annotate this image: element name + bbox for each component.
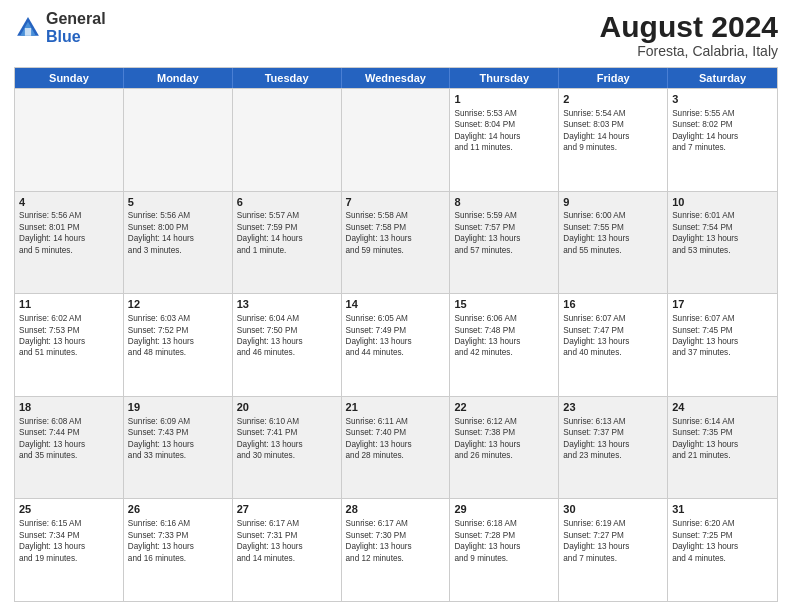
cell-line: Sunset: 7:31 PM [237, 530, 337, 541]
cell-line: Sunset: 8:04 PM [454, 119, 554, 130]
cal-cell-r2c2: 13Sunrise: 6:04 AMSunset: 7:50 PMDayligh… [233, 294, 342, 396]
cell-line: Sunset: 7:40 PM [346, 427, 446, 438]
cell-line: Sunset: 8:02 PM [672, 119, 773, 130]
cal-cell-r2c4: 15Sunrise: 6:06 AMSunset: 7:48 PMDayligh… [450, 294, 559, 396]
cal-cell-r3c1: 19Sunrise: 6:09 AMSunset: 7:43 PMDayligh… [124, 397, 233, 499]
cell-line: Daylight: 13 hours [563, 541, 663, 552]
cell-content: Sunrise: 6:15 AMSunset: 7:34 PMDaylight:… [19, 518, 119, 564]
cell-content: Sunrise: 5:53 AMSunset: 8:04 PMDaylight:… [454, 108, 554, 154]
cell-line: Sunrise: 6:00 AM [563, 210, 663, 221]
cell-line: Sunrise: 5:57 AM [237, 210, 337, 221]
cell-line: and 57 minutes. [454, 245, 554, 256]
cell-content: Sunrise: 5:54 AMSunset: 8:03 PMDaylight:… [563, 108, 663, 154]
cell-line: Sunset: 7:30 PM [346, 530, 446, 541]
cell-content: Sunrise: 6:17 AMSunset: 7:30 PMDaylight:… [346, 518, 446, 564]
cell-line: and 16 minutes. [128, 553, 228, 564]
cell-line: Sunset: 8:01 PM [19, 222, 119, 233]
subtitle: Foresta, Calabria, Italy [600, 43, 778, 59]
day-number: 16 [563, 297, 663, 312]
cell-line: Daylight: 14 hours [128, 233, 228, 244]
cell-line: Daylight: 13 hours [346, 439, 446, 450]
cal-row-3: 18Sunrise: 6:08 AMSunset: 7:44 PMDayligh… [15, 396, 777, 499]
cell-line: and 9 minutes. [454, 553, 554, 564]
cell-content: Sunrise: 6:20 AMSunset: 7:25 PMDaylight:… [672, 518, 773, 564]
cell-line: Daylight: 13 hours [563, 233, 663, 244]
cell-line: Sunrise: 6:16 AM [128, 518, 228, 529]
cell-line: Daylight: 14 hours [237, 233, 337, 244]
cell-line: Sunset: 8:00 PM [128, 222, 228, 233]
cell-content: Sunrise: 6:08 AMSunset: 7:44 PMDaylight:… [19, 416, 119, 462]
cell-line: and 46 minutes. [237, 347, 337, 358]
cell-line: and 28 minutes. [346, 450, 446, 461]
cell-line: Sunrise: 5:59 AM [454, 210, 554, 221]
cal-header-thursday: Thursday [450, 68, 559, 88]
cell-line: Sunrise: 6:13 AM [563, 416, 663, 427]
cell-line: Sunrise: 6:03 AM [128, 313, 228, 324]
cal-cell-r0c0 [15, 89, 124, 191]
cell-content: Sunrise: 6:05 AMSunset: 7:49 PMDaylight:… [346, 313, 446, 359]
cell-line: Sunrise: 6:02 AM [19, 313, 119, 324]
cell-line: Sunset: 7:25 PM [672, 530, 773, 541]
cal-cell-r1c5: 9Sunrise: 6:00 AMSunset: 7:55 PMDaylight… [559, 192, 668, 294]
cell-line: Daylight: 13 hours [346, 541, 446, 552]
day-number: 19 [128, 400, 228, 415]
cell-line: Daylight: 13 hours [454, 541, 554, 552]
cell-line: and 1 minute. [237, 245, 337, 256]
cell-line: Daylight: 13 hours [563, 439, 663, 450]
cell-line: Sunset: 7:43 PM [128, 427, 228, 438]
cell-line: and 59 minutes. [346, 245, 446, 256]
day-number: 3 [672, 92, 773, 107]
cell-line: and 26 minutes. [454, 450, 554, 461]
cal-cell-r0c2 [233, 89, 342, 191]
cell-line: and 4 minutes. [672, 553, 773, 564]
logo-icon [14, 14, 42, 42]
cell-line: Daylight: 13 hours [346, 336, 446, 347]
cell-line: and 7 minutes. [563, 553, 663, 564]
cell-line: Daylight: 13 hours [19, 439, 119, 450]
cell-content: Sunrise: 5:59 AMSunset: 7:57 PMDaylight:… [454, 210, 554, 256]
cal-cell-r1c2: 6Sunrise: 5:57 AMSunset: 7:59 PMDaylight… [233, 192, 342, 294]
day-number: 13 [237, 297, 337, 312]
cell-line: Daylight: 13 hours [672, 336, 773, 347]
cell-content: Sunrise: 6:11 AMSunset: 7:40 PMDaylight:… [346, 416, 446, 462]
cal-cell-r4c0: 25Sunrise: 6:15 AMSunset: 7:34 PMDayligh… [15, 499, 124, 601]
day-number: 22 [454, 400, 554, 415]
cal-row-1: 4Sunrise: 5:56 AMSunset: 8:01 PMDaylight… [15, 191, 777, 294]
cell-content: Sunrise: 6:04 AMSunset: 7:50 PMDaylight:… [237, 313, 337, 359]
cell-line: Sunset: 7:50 PM [237, 325, 337, 336]
cell-line: Sunset: 7:53 PM [19, 325, 119, 336]
day-number: 10 [672, 195, 773, 210]
cal-cell-r4c4: 29Sunrise: 6:18 AMSunset: 7:28 PMDayligh… [450, 499, 559, 601]
day-number: 14 [346, 297, 446, 312]
cell-line: Sunset: 7:45 PM [672, 325, 773, 336]
cell-content: Sunrise: 6:03 AMSunset: 7:52 PMDaylight:… [128, 313, 228, 359]
cal-cell-r2c1: 12Sunrise: 6:03 AMSunset: 7:52 PMDayligh… [124, 294, 233, 396]
cal-row-2: 11Sunrise: 6:02 AMSunset: 7:53 PMDayligh… [15, 293, 777, 396]
cal-cell-r3c5: 23Sunrise: 6:13 AMSunset: 7:37 PMDayligh… [559, 397, 668, 499]
cal-cell-r0c3 [342, 89, 451, 191]
cell-line: Sunset: 7:34 PM [19, 530, 119, 541]
day-number: 4 [19, 195, 119, 210]
day-number: 6 [237, 195, 337, 210]
cell-content: Sunrise: 5:56 AMSunset: 8:01 PMDaylight:… [19, 210, 119, 256]
cell-content: Sunrise: 6:07 AMSunset: 7:45 PMDaylight:… [672, 313, 773, 359]
cell-line: Sunrise: 6:01 AM [672, 210, 773, 221]
cell-line: Sunset: 7:47 PM [563, 325, 663, 336]
cell-line: Daylight: 13 hours [237, 541, 337, 552]
cell-content: Sunrise: 5:56 AMSunset: 8:00 PMDaylight:… [128, 210, 228, 256]
cell-line: Daylight: 14 hours [672, 131, 773, 142]
cell-line: and 35 minutes. [19, 450, 119, 461]
cell-line: Daylight: 13 hours [19, 541, 119, 552]
cell-content: Sunrise: 5:58 AMSunset: 7:58 PMDaylight:… [346, 210, 446, 256]
day-number: 5 [128, 195, 228, 210]
cell-line: Sunrise: 6:04 AM [237, 313, 337, 324]
cell-content: Sunrise: 6:17 AMSunset: 7:31 PMDaylight:… [237, 518, 337, 564]
page: General Blue August 2024 Foresta, Calabr… [0, 0, 792, 612]
cell-line: and 19 minutes. [19, 553, 119, 564]
cell-content: Sunrise: 6:19 AMSunset: 7:27 PMDaylight:… [563, 518, 663, 564]
cell-line: Sunrise: 6:08 AM [19, 416, 119, 427]
day-number: 9 [563, 195, 663, 210]
cell-line: Sunrise: 6:18 AM [454, 518, 554, 529]
cal-cell-r4c6: 31Sunrise: 6:20 AMSunset: 7:25 PMDayligh… [668, 499, 777, 601]
header: General Blue August 2024 Foresta, Calabr… [14, 10, 778, 59]
